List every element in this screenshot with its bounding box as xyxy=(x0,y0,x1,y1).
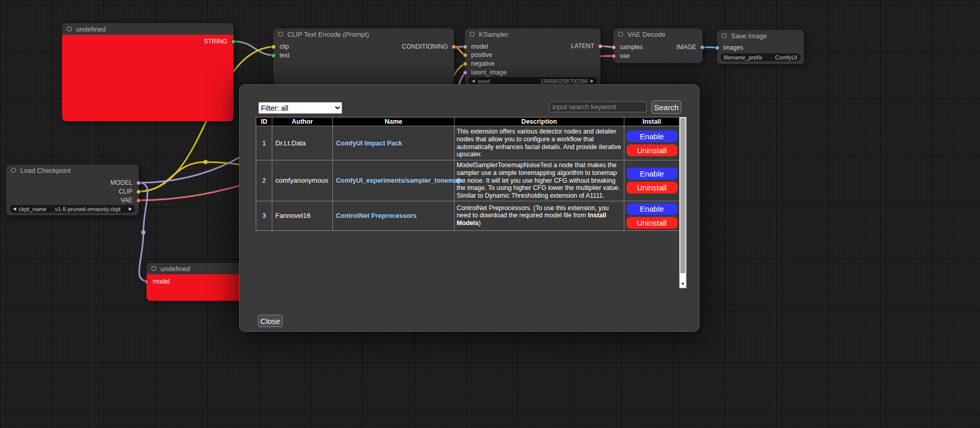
extension-description: ModelSamplerTonemapNoiseTest a node that… xyxy=(455,160,624,201)
text-input-port[interactable] xyxy=(271,53,276,58)
description-text: ControlNet Preprocessors. (To use this e… xyxy=(457,204,609,219)
column-header-id: ID xyxy=(256,117,272,126)
extension-description: ControlNet Preprocessors. (To use this e… xyxy=(455,201,624,230)
node-clip-text-encode[interactable]: CLIP Text Encode (Prompt) clip text COND… xyxy=(273,28,454,84)
increment-arrow-icon[interactable]: ▶ xyxy=(591,77,594,85)
widget-value: ComfyUI xyxy=(775,54,797,61)
search-input[interactable] xyxy=(549,101,647,112)
collapse-dot-icon[interactable] xyxy=(11,168,16,173)
collapse-dot-icon[interactable] xyxy=(618,32,623,37)
extension-author: comfyanonymous xyxy=(272,160,333,201)
node-graph-canvas[interactable]: undefined STRING CLIP Text Encode (Promp… xyxy=(0,0,980,428)
collapse-dot-icon[interactable] xyxy=(278,32,283,37)
seed-widget[interactable]: ◀ seed 156680208700286 ▶ xyxy=(469,77,597,85)
collapse-dot-icon[interactable] xyxy=(470,32,475,37)
extension-description: This extension offers various detector n… xyxy=(455,126,624,160)
column-header-description: Description xyxy=(455,117,624,126)
node-undefined-bottom[interactable]: undefined model xyxy=(147,263,243,301)
image-output-port[interactable] xyxy=(700,45,705,50)
down-arrow-icon: ▼ xyxy=(681,282,685,286)
clip-input-port[interactable] xyxy=(271,45,276,49)
link-midpoint-dot xyxy=(141,230,145,234)
widget-name: seed xyxy=(477,78,490,84)
filename-prefix-widget[interactable]: filename_prefix ComfyUI xyxy=(721,53,800,61)
node-vae-decode[interactable]: VAE Decode samples vae IMAGE xyxy=(613,28,703,63)
node-body: samples vae IMAGE xyxy=(613,40,703,63)
node-body: MODEL CLIP VAE ◀ ckpt_name v1-5-pruned-e… xyxy=(6,176,139,215)
positive-input-port[interactable] xyxy=(463,53,467,57)
node-body: model positive negative latent_image LAT… xyxy=(465,40,601,86)
extension-link[interactable]: ComfyUI_experiments/sampler_tonemap xyxy=(336,177,461,184)
next-arrow-icon[interactable]: ▶ xyxy=(129,205,132,213)
string-output-port[interactable] xyxy=(231,39,236,44)
extension-link[interactable]: ComfyUI Impact Pack xyxy=(336,140,402,147)
widget-name: filename_prefix xyxy=(724,54,763,61)
model-input-port[interactable] xyxy=(463,45,467,49)
close-button[interactable]: Close xyxy=(258,315,283,327)
widget-name: ckpt_name xyxy=(19,206,47,212)
node-title: KSampler xyxy=(479,31,508,38)
model-input-port[interactable] xyxy=(144,279,149,284)
node-body: clip text CONDITIONING xyxy=(273,40,454,84)
samples-input-port[interactable] xyxy=(611,45,616,50)
negative-input-port[interactable] xyxy=(463,62,467,66)
decrement-arrow-icon[interactable]: ◀ xyxy=(472,77,475,85)
node-header[interactable]: undefined xyxy=(62,23,233,35)
latent-image-input-port[interactable] xyxy=(463,70,467,75)
collapse-dot-icon[interactable] xyxy=(67,26,72,32)
clip-output-port[interactable] xyxy=(136,189,141,194)
node-header[interactable]: CLIP Text Encode (Prompt) xyxy=(273,28,454,40)
column-header-name: Name xyxy=(333,117,455,126)
enable-button[interactable]: Enable xyxy=(626,168,678,180)
scroll-down-button[interactable]: ▼ xyxy=(680,280,686,288)
table-scrollbar[interactable]: ▼ xyxy=(679,117,686,288)
custom-nodes-manager-dialog: Filter: all Search ID Author Name Descri… xyxy=(239,84,699,332)
ckpt-name-widget[interactable]: ◀ ckpt_name v1-5-pruned-emaonly.ckpt ▶ xyxy=(10,205,135,213)
node-header[interactable]: Load Checkpoint xyxy=(6,165,139,176)
node-body: images filename_prefix ComfyUI xyxy=(717,41,804,64)
prev-arrow-icon[interactable]: ◀ xyxy=(13,205,16,213)
node-title: undefined xyxy=(160,265,190,273)
conditioning-output-port[interactable] xyxy=(451,45,456,49)
search-button[interactable]: Search xyxy=(651,100,681,114)
node-title: CLIP Text Encode (Prompt) xyxy=(287,31,369,38)
input-label: samples xyxy=(620,43,643,51)
latent-output-port[interactable] xyxy=(598,44,603,49)
uninstall-button[interactable]: Uninstall xyxy=(626,144,678,156)
model-output-port[interactable] xyxy=(136,181,141,185)
vae-output-port[interactable] xyxy=(136,198,141,203)
input-label: text xyxy=(280,52,289,59)
images-input-port[interactable] xyxy=(715,46,720,50)
collapse-dot-icon[interactable] xyxy=(151,266,156,271)
input-label: model xyxy=(471,43,488,50)
enable-button[interactable]: Enable xyxy=(626,203,678,215)
output-label: VAE xyxy=(121,197,133,204)
node-title: undefined xyxy=(76,25,106,33)
filter-select[interactable]: Filter: all xyxy=(258,102,342,114)
extension-id: 1 xyxy=(256,126,272,160)
scrollbar-thumb[interactable] xyxy=(680,118,685,273)
description-text: ModelSamplerTonemapNoiseTest a node that… xyxy=(457,161,620,199)
vae-input-port[interactable] xyxy=(611,54,616,58)
node-undefined-top[interactable]: undefined STRING xyxy=(62,23,233,121)
column-header-install: Install xyxy=(624,117,680,126)
collapse-dot-icon[interactable] xyxy=(722,33,727,38)
node-header[interactable]: KSampler xyxy=(465,28,601,40)
output-label: LATENT xyxy=(571,42,594,50)
node-header[interactable]: VAE Decode xyxy=(613,28,703,40)
table-row: 1 Dr.Lt.Data ComfyUI Impact Pack This ex… xyxy=(256,126,680,160)
node-load-checkpoint[interactable]: Load Checkpoint MODEL CLIP VAE ◀ ckpt_na… xyxy=(6,165,139,215)
node-ksampler[interactable]: KSampler model positive negative latent_… xyxy=(465,28,601,86)
description-suffix-text: ) xyxy=(478,219,480,227)
input-label: vae xyxy=(620,52,630,60)
uninstall-button[interactable]: Uninstall xyxy=(626,182,678,194)
extension-id: 3 xyxy=(256,201,272,230)
node-save-image[interactable]: Save Image images filename_prefix ComfyU… xyxy=(717,30,804,64)
enable-button[interactable]: Enable xyxy=(626,130,678,142)
node-header[interactable]: Save Image xyxy=(717,30,804,41)
extension-link[interactable]: ControlNet Preprocessors xyxy=(336,212,417,219)
uninstall-button[interactable]: Uninstall xyxy=(626,217,678,229)
node-header[interactable]: undefined xyxy=(147,263,243,274)
output-label: MODEL xyxy=(110,179,133,186)
input-label: positive xyxy=(471,51,492,58)
